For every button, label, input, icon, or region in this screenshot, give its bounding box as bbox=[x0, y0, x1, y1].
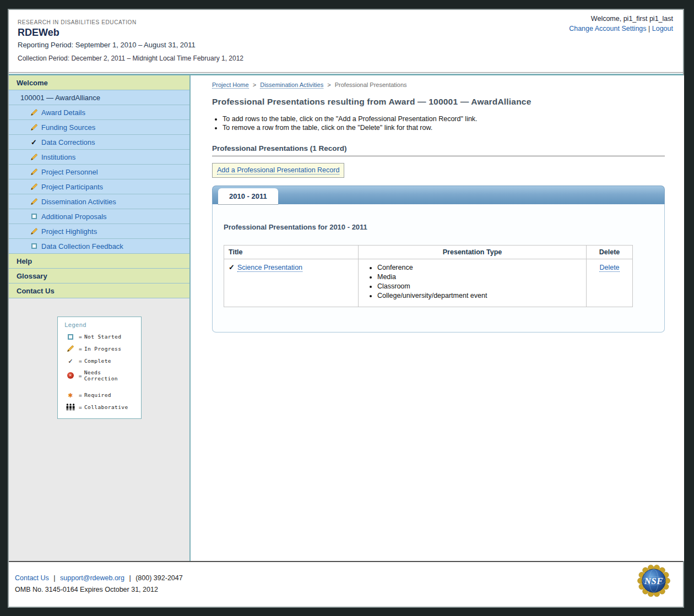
presentation-type-item: College/university/department event bbox=[377, 292, 582, 299]
sidebar-item-dissemination-activities[interactable]: Dissemination Activities bbox=[9, 194, 189, 209]
presentation-type-cell: Conference Media Classroom College/unive… bbox=[359, 259, 587, 307]
main-content: Project Home > Dissemination Activities … bbox=[191, 75, 684, 561]
delete-cell: Delete bbox=[587, 259, 633, 307]
sidebar-item-label: Institutions bbox=[41, 153, 75, 161]
instruction-list: To add rows to the table, click on the "… bbox=[223, 115, 665, 132]
sidebar-item-contact-us[interactable]: Contact Us bbox=[9, 284, 189, 298]
sidebar-item-label: Welcome bbox=[17, 79, 48, 87]
nsf-logo: NSF bbox=[637, 564, 670, 599]
breadcrumb-project-home[interactable]: Project Home bbox=[212, 81, 249, 89]
pencil-icon bbox=[30, 227, 38, 235]
app-window: RESEARCH IN DISABILITIES EDUCATION RDEWe… bbox=[8, 9, 684, 608]
page-title: Professional Presentations resulting fro… bbox=[212, 97, 665, 107]
check-icon bbox=[229, 263, 235, 271]
sidebar-item-award[interactable]: 100001 — AwardAlliance bbox=[9, 90, 189, 105]
sidebar-item-project-personnel[interactable]: Project Personnel bbox=[9, 165, 189, 179]
sidebar-item-label: Dissemination Activities bbox=[41, 198, 116, 206]
pencil-icon bbox=[30, 123, 38, 131]
breadcrumb-dissemination-activities[interactable]: Dissemination Activities bbox=[260, 81, 323, 89]
section-heading: Professional Presentations (1 Record) bbox=[212, 144, 665, 152]
account-area: Welcome, pi1_first pi1_last Change Accou… bbox=[569, 15, 673, 32]
pencil-icon bbox=[30, 183, 38, 190]
sidebar-item-label: Help bbox=[17, 257, 32, 265]
column-header-title: Title bbox=[224, 246, 359, 259]
legend-item-not-started: = Not Started bbox=[64, 334, 138, 340]
legend-label: Not Started bbox=[84, 334, 121, 340]
pencil-icon bbox=[30, 108, 38, 116]
page-header: RESEARCH IN DISABILITIES EDUCATION RDEWe… bbox=[9, 10, 683, 73]
collection-period: Collection Period: December 2, 2011 – Mi… bbox=[18, 54, 683, 62]
sidebar-item-welcome[interactable]: Welcome bbox=[9, 75, 189, 90]
science-presentation-link[interactable]: Science Presentation bbox=[237, 264, 302, 272]
legend-label: Collaborative bbox=[84, 404, 128, 410]
change-account-settings-link[interactable]: Change Account Settings bbox=[569, 25, 646, 32]
legend-item-complete: = Complete bbox=[64, 357, 138, 364]
sidebar-item-label: Additional Proposals bbox=[41, 212, 107, 221]
sidebar-item-label: Award Details bbox=[41, 108, 85, 117]
footer-phone: (800) 392-2047 bbox=[135, 574, 182, 582]
sidebar-nav: Welcome 100001 — AwardAlliance Award Det… bbox=[9, 75, 191, 561]
logout-link[interactable]: Logout bbox=[652, 25, 673, 32]
add-professional-presentation-link[interactable]: Add a Professional Presentation Record bbox=[217, 166, 339, 175]
sidebar-item-glossary[interactable]: Glossary bbox=[9, 269, 189, 284]
panel-heading: Professional Presentations for 2010 - 20… bbox=[224, 223, 653, 231]
sidebar-item-project-highlights[interactable]: Project Highlights bbox=[9, 224, 189, 239]
reporting-period: Reporting Period: September 1, 2010 – Au… bbox=[18, 41, 683, 49]
sidebar-item-label: Project Participants bbox=[41, 183, 103, 191]
sidebar-item-additional-proposals[interactable]: Additional Proposals bbox=[9, 209, 189, 224]
presentations-table: Title Presentation Type Delete Science P… bbox=[224, 245, 633, 307]
not-started-square-icon bbox=[64, 334, 77, 340]
footer-email-link[interactable]: support@rdeweb.org bbox=[60, 574, 124, 582]
page-footer: Contact Us | support@rdeweb.org | (800) … bbox=[9, 562, 683, 605]
instruction-item: To remove a row from the table, click on… bbox=[223, 124, 665, 132]
tab-bar: 2010 - 2011 bbox=[212, 186, 665, 204]
sidebar-item-help[interactable]: Help bbox=[9, 254, 189, 269]
presentation-type-item: Media bbox=[377, 273, 582, 281]
breadcrumb-current: Professional Presentations bbox=[335, 81, 407, 88]
not-started-square-icon bbox=[30, 243, 38, 249]
presentation-type-item: Classroom bbox=[377, 282, 582, 290]
sidebar-item-award-details[interactable]: Award Details bbox=[9, 105, 189, 120]
delete-row-link[interactable]: Delete bbox=[599, 264, 619, 272]
account-links-separator: | bbox=[648, 25, 650, 32]
omb-number: OMB No. 3145-0164 Expires October 31, 20… bbox=[15, 586, 683, 593]
check-icon bbox=[64, 357, 77, 364]
needs-correction-icon bbox=[64, 372, 77, 379]
pencil-icon bbox=[30, 168, 38, 176]
column-header-delete: Delete bbox=[587, 246, 633, 259]
pencil-icon bbox=[64, 345, 77, 352]
footer-contact-us-link[interactable]: Contact Us bbox=[15, 574, 49, 582]
column-header-presentation-type: Presentation Type bbox=[359, 246, 587, 259]
add-record-box: Add a Professional Presentation Record bbox=[212, 163, 344, 178]
legend-item-needs-correction: = Needs Correction bbox=[64, 369, 138, 381]
welcome-user-text: Welcome, pi1_first pi1_last bbox=[569, 15, 673, 23]
check-icon bbox=[30, 139, 38, 146]
legend-box: Legend = Not Started = In Progress = Com… bbox=[57, 317, 142, 419]
instruction-item: To add rows to the table, click on the "… bbox=[223, 115, 665, 123]
sidebar-item-label: Project Highlights bbox=[41, 227, 97, 236]
tab-2010-2011[interactable]: 2010 - 2011 bbox=[218, 188, 278, 205]
legend-label: Needs Correction bbox=[84, 369, 138, 381]
legend-item-required: = Required bbox=[64, 391, 138, 399]
tab-content-panel: Professional Presentations for 2010 - 20… bbox=[212, 204, 665, 332]
collaborative-people-icon bbox=[64, 404, 77, 411]
legend-item-collaborative: = Collaborative bbox=[64, 404, 138, 411]
sidebar-item-institutions[interactable]: Institutions bbox=[9, 150, 189, 165]
sidebar-item-data-collection-feedback[interactable]: Data Collection Feedback bbox=[9, 239, 189, 254]
sidebar-item-label: Funding Sources bbox=[41, 123, 95, 132]
required-asterisk-icon bbox=[64, 391, 77, 399]
section-rule bbox=[212, 155, 665, 157]
legend-title: Legend bbox=[64, 321, 138, 329]
year-tab-panel: 2010 - 2011 Professional Presentations f… bbox=[212, 186, 665, 332]
table-row: Science Presentation Conference Media Cl… bbox=[224, 259, 633, 307]
sidebar-item-project-participants[interactable]: Project Participants bbox=[9, 179, 189, 194]
legend-item-in-progress: = In Progress bbox=[64, 345, 138, 352]
pencil-icon bbox=[30, 198, 38, 205]
sidebar-item-funding-sources[interactable]: Funding Sources bbox=[9, 120, 189, 135]
sidebar-item-label: Data Collection Feedback bbox=[41, 242, 123, 250]
sidebar-item-label: Data Corrections bbox=[41, 138, 95, 146]
sidebar-item-data-corrections[interactable]: Data Corrections bbox=[9, 135, 189, 150]
sidebar-item-label: 100001 — AwardAlliance bbox=[20, 94, 100, 102]
sidebar-item-label: Contact Us bbox=[17, 287, 55, 295]
legend-label: Required bbox=[84, 392, 111, 398]
